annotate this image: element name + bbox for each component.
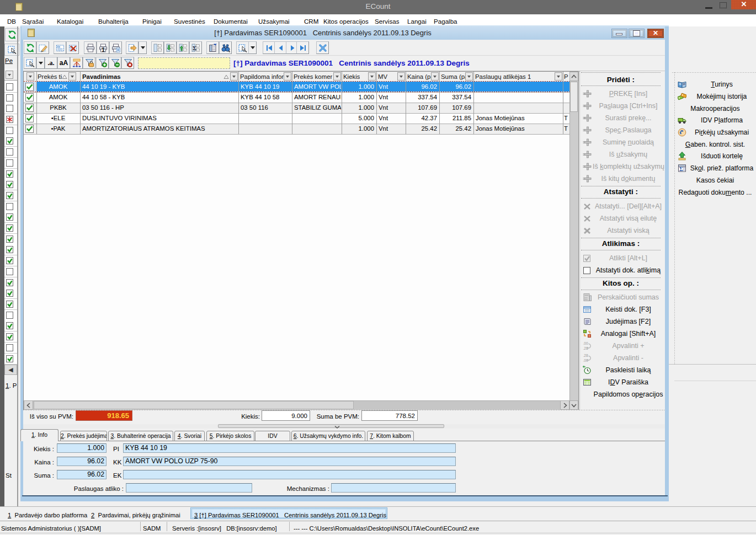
svg-text:.28: .28	[583, 354, 588, 357]
svg-text:1: 1	[102, 47, 105, 52]
svg-text:.00: .00	[583, 341, 588, 345]
svg-text:Σ: Σ	[679, 166, 683, 172]
svg-text:Σ: Σ	[193, 45, 196, 51]
